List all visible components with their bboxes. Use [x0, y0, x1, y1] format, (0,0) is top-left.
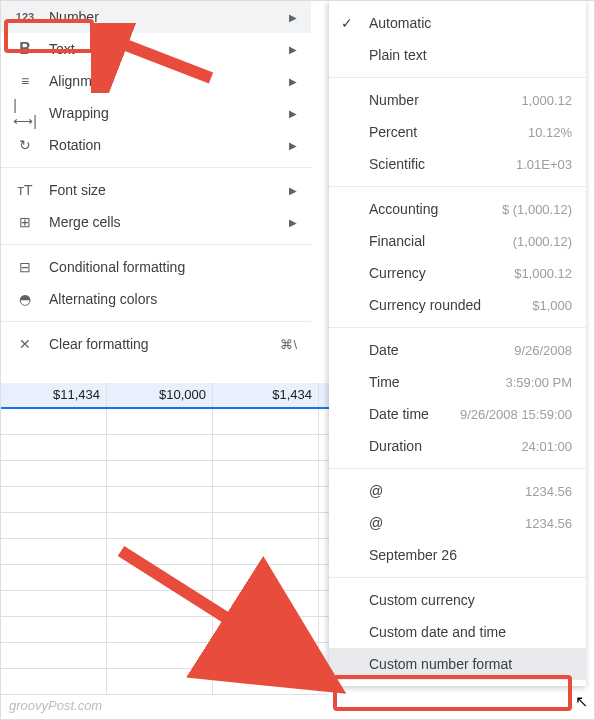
format-label: @	[369, 483, 525, 499]
format-label: Custom currency	[369, 592, 572, 608]
fmt-date-time[interactable]: Date time9/26/2008 15:59:00	[329, 398, 586, 430]
menu-item-label: Alternating colors	[49, 291, 297, 307]
format-label: Currency rounded	[369, 297, 532, 313]
format-label: Time	[369, 374, 506, 390]
format-label: Custom number format	[369, 656, 572, 672]
format-label: Duration	[369, 438, 521, 454]
sheet-cell[interactable]: $11,434	[1, 383, 107, 407]
format-label: Currency	[369, 265, 514, 281]
format-label: Accounting	[369, 201, 502, 217]
fmt-custom-currency[interactable]: Custom currency	[329, 584, 586, 616]
format-label: Financial	[369, 233, 513, 249]
format-example: 9/26/2008 15:59:00	[460, 407, 572, 422]
sheet-row[interactable]	[1, 513, 329, 539]
submenu-arrow-icon: ▶	[289, 44, 297, 55]
sheet-row[interactable]	[1, 669, 329, 695]
fmt-at-1[interactable]: @1234.56	[329, 475, 586, 507]
sheet-row[interactable]	[1, 591, 329, 617]
menu-divider	[1, 244, 311, 245]
format-example: $1,000.12	[514, 266, 572, 281]
sheet-row-selected[interactable]: $11,434 $10,000 $1,434	[1, 383, 329, 409]
format-example: 9/26/2008	[514, 343, 572, 358]
fmt-date[interactable]: Date9/26/2008	[329, 334, 586, 366]
format-example: 3:59:00 PM	[506, 375, 573, 390]
menu-wrapping[interactable]: |⟷|Wrapping▶	[1, 97, 311, 129]
sheet-row[interactable]	[1, 461, 329, 487]
sheet-row[interactable]	[1, 435, 329, 461]
menu-divider	[1, 321, 311, 322]
format-menu: 123Number▶BText▶≡Alignment▶|⟷|Wrapping▶↻…	[1, 1, 311, 360]
menu-item-label: Rotation	[49, 137, 297, 153]
submenu-arrow-icon: ▶	[289, 12, 297, 23]
fmt-time[interactable]: Time3:59:00 PM	[329, 366, 586, 398]
menu-item-label: Merge cells	[49, 214, 297, 230]
menu-conditional-formatting[interactable]: ⊟Conditional formatting	[1, 251, 311, 283]
fmt-accounting[interactable]: Accounting$ (1,000.12)	[329, 193, 586, 225]
menu-item-label: Wrapping	[49, 105, 297, 121]
submenu-divider	[329, 577, 586, 578]
rotation-icon: ↻	[15, 135, 35, 155]
fmt-automatic[interactable]: ✓Automatic	[329, 7, 586, 39]
watermark: groovyPost.com	[9, 698, 102, 713]
menu-merge-cells[interactable]: ⊞Merge cells▶	[1, 206, 311, 238]
menu-number[interactable]: 123Number▶	[1, 1, 311, 33]
format-label: Percent	[369, 124, 528, 140]
menu-alignment[interactable]: ≡Alignment▶	[1, 65, 311, 97]
format-label: Scientific	[369, 156, 516, 172]
fmt-at-2[interactable]: @1234.56	[329, 507, 586, 539]
menu-item-label: Text	[49, 41, 297, 57]
sheet-row[interactable]	[1, 487, 329, 513]
wrap-icon: |⟷|	[15, 103, 35, 123]
fmt-scientific[interactable]: Scientific1.01E+03	[329, 148, 586, 180]
sheet-row[interactable]	[1, 643, 329, 669]
menu-clear-formatting[interactable]: ✕Clear formatting⌘\	[1, 328, 311, 360]
clear-icon: ✕	[15, 334, 35, 354]
format-label: Number	[369, 92, 521, 108]
fmt-number[interactable]: Number1,000.12	[329, 84, 586, 116]
spreadsheet-area: $11,434 $10,000 $1,434	[1, 383, 329, 695]
conditional-icon: ⊟	[15, 257, 35, 277]
submenu-arrow-icon: ▶	[289, 140, 297, 151]
fmt-month-day[interactable]: September 26	[329, 539, 586, 571]
font-size-icon: тT	[15, 180, 35, 200]
check-icon: ✓	[341, 15, 353, 31]
number-format-submenu: ✓AutomaticPlain text Number1,000.12Perce…	[329, 1, 586, 686]
menu-rotation[interactable]: ↻Rotation▶	[1, 129, 311, 161]
format-example: (1,000.12)	[513, 234, 572, 249]
fmt-plain-text[interactable]: Plain text	[329, 39, 586, 71]
format-label: Date time	[369, 406, 460, 422]
menu-font-size[interactable]: тTFont size▶	[1, 174, 311, 206]
format-label: Plain text	[369, 47, 572, 63]
fmt-currency[interactable]: Currency$1,000.12	[329, 257, 586, 289]
bold-icon: B	[15, 39, 35, 59]
fmt-percent[interactable]: Percent10.12%	[329, 116, 586, 148]
format-label: Automatic	[369, 15, 572, 31]
fmt-custom-number-format[interactable]: Custom number format	[329, 648, 586, 680]
menu-divider	[1, 167, 311, 168]
fmt-duration[interactable]: Duration24:01:00	[329, 430, 586, 462]
sheet-row[interactable]	[1, 539, 329, 565]
submenu-arrow-icon: ▶	[289, 185, 297, 196]
format-label: Date	[369, 342, 514, 358]
menu-item-label: Clear formatting	[49, 336, 297, 352]
sheet-cell[interactable]: $10,000	[107, 383, 213, 407]
submenu-divider	[329, 327, 586, 328]
fmt-custom-date-time[interactable]: Custom date and time	[329, 616, 586, 648]
format-example: 1.01E+03	[516, 157, 572, 172]
submenu-arrow-icon: ▶	[289, 76, 297, 87]
submenu-divider	[329, 186, 586, 187]
format-example: $1,000	[532, 298, 572, 313]
sheet-row[interactable]	[1, 565, 329, 591]
submenu-arrow-icon: ▶	[289, 108, 297, 119]
menu-item-label: Font size	[49, 182, 297, 198]
menu-shortcut: ⌘\	[280, 337, 297, 352]
sheet-cell[interactable]: $1,434	[213, 383, 319, 407]
fmt-financial[interactable]: Financial(1,000.12)	[329, 225, 586, 257]
menu-item-label: Conditional formatting	[49, 259, 297, 275]
format-example: 24:01:00	[521, 439, 572, 454]
sheet-row[interactable]	[1, 409, 329, 435]
menu-text[interactable]: BText▶	[1, 33, 311, 65]
fmt-currency-rounded[interactable]: Currency rounded$1,000	[329, 289, 586, 321]
sheet-row[interactable]	[1, 617, 329, 643]
menu-alternating-colors[interactable]: ◓Alternating colors	[1, 283, 311, 315]
